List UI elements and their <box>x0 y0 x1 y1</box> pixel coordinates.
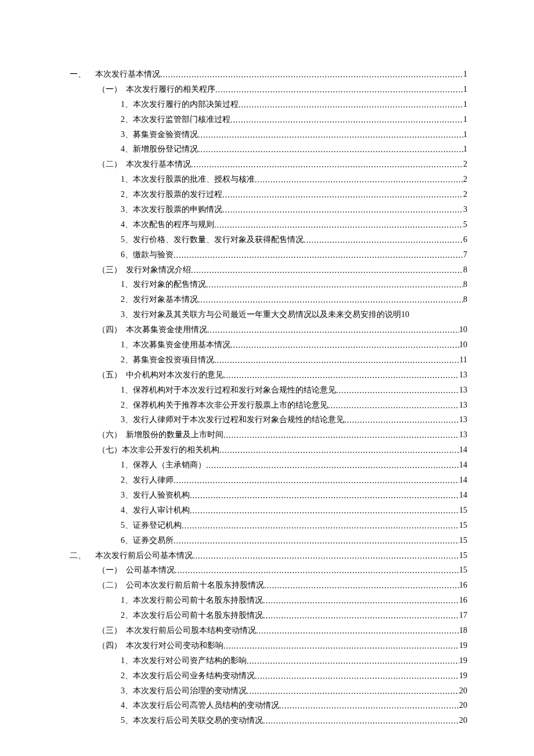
toc-entry[interactable]: 3、本次发行后公司治理的变动情况20 <box>70 683 467 699</box>
toc-page: 1 <box>463 97 467 112</box>
toc-prefix: 1、 <box>121 460 133 469</box>
toc-entry[interactable]: （二） 公司本次发行前后前十名股东持股情况16 <box>70 578 467 593</box>
toc-entry[interactable]: 2、本次发行股票的发行过程2 <box>70 187 467 202</box>
toc-entry[interactable]: 1、本次发行股票的批准、授权与核准2 <box>70 172 467 187</box>
toc-leader <box>206 278 463 293</box>
toc-entry[interactable]: （三） 本次发行前后公司股本结构变动情况18 <box>70 623 467 638</box>
toc-title: 缴款与验资 <box>133 250 174 259</box>
toc-entry[interactable]: （六） 新增股份的数量及上市时间13 <box>70 427 467 442</box>
toc-leader <box>191 157 463 172</box>
toc-entry[interactable]: （四） 本次募集资金使用情况10 <box>70 322 467 337</box>
toc-prefix: 3、 <box>121 130 133 139</box>
toc-entry[interactable]: （一） 公司基本情况15 <box>70 563 467 578</box>
toc-page: 1 <box>463 82 467 97</box>
toc-entry[interactable]: 1、本次发行对公司资产结构的影响19 <box>70 653 467 668</box>
toc-entry[interactable]: 4、本次配售的程序与规则5 <box>70 217 467 232</box>
toc-entry[interactable]: 5、本次发行后公司关联交易的变动情况20 <box>70 713 467 728</box>
toc-leader <box>219 443 459 458</box>
toc-entry[interactable]: 1、本次发行前公司前十名股东持股情况16 <box>70 593 467 608</box>
toc-title: 新增股份登记情况 <box>133 145 198 153</box>
toc-title: 本次发行股票的发行过程 <box>133 190 222 199</box>
toc-entry[interactable]: （四） 本次发行对公司变动和影响19 <box>70 638 467 653</box>
toc-page: 14 <box>459 473 467 488</box>
toc-title: 发行人律师对于本次发行过程和发行对象合规性的结论意见 <box>133 415 344 424</box>
toc-entry[interactable]: 5、证券登记机构15 <box>70 518 467 533</box>
toc-entry[interactable]: 3、发行人律师对于本次发行过程和发行对象合规性的结论意见13 <box>70 412 467 427</box>
toc-prefix: 4、 <box>121 145 133 153</box>
toc-prefix: 3、 <box>121 415 133 424</box>
toc-page: 10 <box>459 337 467 352</box>
toc-leader <box>174 248 463 263</box>
toc-title: 本次发行监管部门核准过程 <box>133 115 230 124</box>
toc-title: 保荐机构对于本次发行过程和发行对象合规性的结论意见 <box>133 386 336 394</box>
toc-entry[interactable]: （七）本次非公开发行的相关机构14 <box>70 442 467 458</box>
toc-entry[interactable]: 3、发行对象及其关联方与公司最近一年重大交易情况以及未来交易安排的说明10 <box>70 307 467 322</box>
toc-page: 20 <box>459 683 467 699</box>
toc-entry[interactable]: 4、新增股份登记情况1 <box>70 142 467 157</box>
toc-entry[interactable]: 5、发行价格、发行数量、发行对象及获得配售情况6 <box>70 232 467 247</box>
toc-prefix: 5、 <box>121 716 133 725</box>
toc-entry[interactable]: 2、发行对象基本情况8 <box>70 292 467 307</box>
toc-leader <box>256 624 459 639</box>
toc-leader <box>344 413 459 428</box>
toc-title: 发行人审计机构 <box>133 506 190 514</box>
toc-entry[interactable]: 2、募集资金投资项目情况11 <box>70 352 467 368</box>
toc-leader <box>223 428 459 443</box>
toc-leader <box>190 488 459 503</box>
toc-page: 13 <box>459 383 467 398</box>
toc-page: 1 <box>463 127 467 142</box>
toc-page: 20 <box>459 713 467 728</box>
toc-prefix: （四） <box>98 641 122 650</box>
toc-prefix: 1、 <box>121 100 133 109</box>
toc-entry[interactable]: 2、本次发行监管部门核准过程1 <box>70 112 467 127</box>
toc-leader <box>255 172 463 188</box>
toc-entry[interactable]: （五） 中介机构对本次发行的意见13 <box>70 368 467 383</box>
toc-container: 一、本次发行基本情况1（一） 本次发行履行的相关程序11、本次发行履行的内部决策… <box>70 67 467 728</box>
toc-entry[interactable]: 2、本次发行后公司前十名股东持股情况17 <box>70 608 467 623</box>
toc-prefix: 4、 <box>121 220 133 229</box>
toc-page: 2 <box>463 187 467 202</box>
toc-page: 16 <box>459 578 467 593</box>
toc-leader <box>190 503 459 519</box>
toc-entry[interactable]: 1、本次发行履行的内部决策过程1 <box>70 97 467 112</box>
toc-entry[interactable]: （三） 发行对象情况介绍8 <box>70 262 467 278</box>
toc-leader <box>247 654 459 669</box>
toc-leader <box>230 338 459 353</box>
toc-entry[interactable]: （二） 本次发行基本情况2 <box>70 157 467 172</box>
toc-entry[interactable]: 4、发行人审计机构15 <box>70 503 467 518</box>
toc-title: 本次配售的程序与规则 <box>133 220 214 229</box>
toc-leader <box>198 128 463 143</box>
toc-entry[interactable]: 1、发行对象的配售情况8 <box>70 277 467 292</box>
toc-prefix: 1、 <box>121 280 133 289</box>
toc-prefix: 5、 <box>121 235 133 244</box>
toc-entry[interactable]: 4、本次发行后公司高管人员结构的变动情况20 <box>70 698 467 713</box>
toc-entry[interactable]: 2、保荐机构关于推荐本次非公开发行股票上市的结论意见13 <box>70 398 467 413</box>
toc-page: 14 <box>459 442 467 458</box>
toc-entry[interactable]: 1、本次募集资金使用基本情况10 <box>70 337 467 352</box>
toc-page: 14 <box>459 488 467 503</box>
toc-leader <box>279 699 459 714</box>
toc-title: 证券登记机构 <box>133 521 182 530</box>
toc-entry[interactable]: 3、本次发行股票的申购情况3 <box>70 202 467 217</box>
toc-page: 13 <box>459 427 467 442</box>
toc-entry[interactable]: 3、募集资金验资情况1 <box>70 127 467 142</box>
toc-title: 本次发行后公司前十名股东持股情况 <box>133 611 263 620</box>
toc-entry[interactable]: 二、本次发行前后公司基本情况15 <box>70 548 467 563</box>
toc-entry[interactable]: 2、发行人律师14 <box>70 473 467 488</box>
toc-entry[interactable]: 1、保荐机构对于本次发行过程和发行对象合规性的结论意见13 <box>70 383 467 398</box>
toc-entry[interactable]: 6、缴款与验资7 <box>70 247 467 262</box>
toc-page: 13 <box>459 412 467 427</box>
toc-title: 保荐人（主承销商） <box>133 460 206 469</box>
toc-title: 发行对象及其关联方与公司最近一年重大交易情况以及未来交易安排的说明 <box>133 310 401 319</box>
toc-leader <box>222 188 463 203</box>
toc-entry[interactable]: 6、证券交易所15 <box>70 533 467 548</box>
toc-prefix: 6、 <box>121 250 133 259</box>
toc-title: 本次发行履行的相关程序 <box>126 85 215 93</box>
toc-title: 发行对象基本情况 <box>133 295 198 304</box>
toc-entry[interactable]: （一） 本次发行履行的相关程序1 <box>70 82 467 97</box>
toc-entry[interactable]: 一、本次发行基本情况1 <box>70 67 467 82</box>
toc-entry[interactable]: 2、本次发行后公司业务结构变动情况19 <box>70 668 467 683</box>
toc-entry[interactable]: 1、保荐人（主承销商）14 <box>70 458 467 473</box>
toc-title: 新增股份的数量及上市时间 <box>126 430 223 439</box>
toc-entry[interactable]: 3、发行人验资机构14 <box>70 488 467 503</box>
